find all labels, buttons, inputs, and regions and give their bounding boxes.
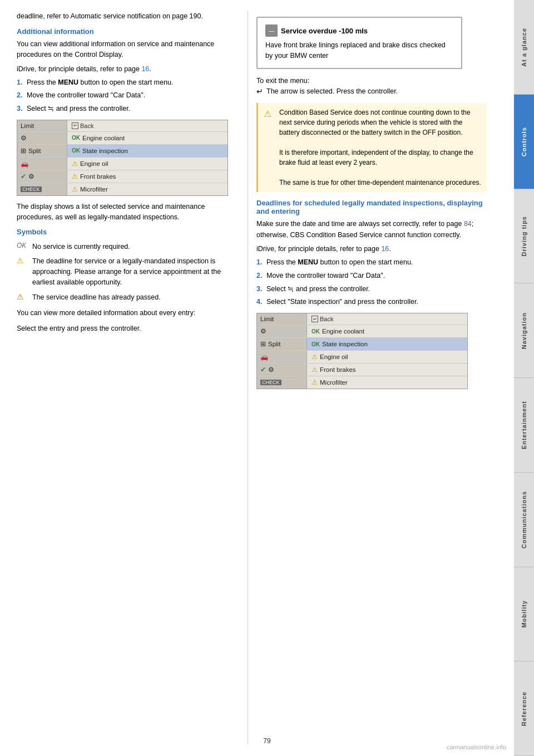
- exit-text: The arrow is selected. Press the control…: [266, 86, 398, 97]
- warn-icon-4: ⚠: [312, 353, 318, 361]
- exit-heading: To exit the menu:: [256, 76, 487, 86]
- symbols-heading: Symbols: [17, 228, 234, 236]
- right-sidebar: At a glance Controls Driving tips Naviga…: [514, 0, 534, 756]
- back-icon-1: ↵: [72, 122, 78, 129]
- watermark: carmanualsonline.info: [447, 744, 506, 750]
- steps-list-2: 1. Press the MENU button to open the sta…: [256, 257, 487, 307]
- car-data-menu-2: Limit ↵ Back ⚙ OK Engine coolant: [256, 313, 468, 389]
- additional-info-heading: Additional information: [17, 27, 234, 36]
- back-icon-2: ↵: [312, 316, 318, 322]
- car-icon-1: 🚗: [21, 160, 28, 168]
- menu-row-state-inspection: ⊞ Split OK State inspection: [17, 145, 228, 158]
- sidebar-tab-controls[interactable]: Controls: [514, 95, 534, 189]
- step-r4: 4. Select "State inspection" and press t…: [256, 297, 487, 307]
- tick-icon-1: ✔: [21, 173, 26, 180]
- tick-icon-2: ✔: [260, 366, 266, 374]
- warning-note-para2: It is therefore important, independent o…: [279, 148, 481, 168]
- idrive-ref-1: iDrive, for principle details, refer to …: [17, 65, 234, 73]
- menu2-row-limit: Limit ↵ Back: [257, 313, 467, 325]
- menu-screen-1: Limit ↵ Back ⚙ OK Engine coolant: [17, 120, 234, 196]
- more-info-para2: Select the entry and press the controlle…: [17, 323, 234, 334]
- additional-info-para1: You can view additional information on s…: [17, 39, 234, 61]
- step-r2: 2. Move the controller toward "Car Data"…: [256, 271, 487, 281]
- warning-note-box: ⚠ Condition Based Service does not conti…: [256, 103, 487, 192]
- step-r1: 1. Press the MENU button to open the sta…: [256, 257, 487, 268]
- menu2-row-engine-coolant: ⚙ OK Engine coolant: [257, 325, 467, 338]
- split-icon-1: ⊞: [21, 147, 26, 155]
- warning-triangle-2: ⚠: [17, 292, 28, 301]
- warn-icon-2: ⚠: [72, 173, 78, 180]
- warn-icon-5: ⚠: [312, 366, 318, 374]
- exit-line: ↵ The arrow is selected. Press the contr…: [256, 86, 487, 97]
- menu2-row-front-brakes: ✔ ⚙ ⚠ Front brakes: [257, 364, 467, 376]
- warn-icon-3: ⚠: [72, 185, 78, 193]
- check-badge-1: CHECK: [21, 186, 42, 192]
- service-icon: —: [265, 24, 278, 37]
- warning-note-para1: Condition Based Service does not continu…: [279, 107, 481, 138]
- page-number: 79: [263, 737, 270, 745]
- deadlines-heading: Deadlines for scheduled legally mandated…: [256, 199, 487, 215]
- brake-icon-1: ⚙: [28, 173, 34, 180]
- steps-list-1: 1. Press the MENU button to open the sta…: [17, 77, 234, 114]
- warning-triangle-1: ⚠: [17, 256, 28, 265]
- gear-icon-2: ⚙: [260, 327, 266, 335]
- step-r3: 3. Select ≒ and press the controller.: [256, 284, 487, 294]
- symbols-section: OK No service is currently required. ⚠ T…: [17, 242, 234, 303]
- symbol-warn-approaching: ⚠ The deadline for service or a legally-…: [17, 256, 234, 287]
- service-overdue-text: Service overdue -100 mls: [281, 27, 368, 35]
- arrow-icon: ↵: [256, 86, 263, 97]
- gear-icon-1: ⚙: [21, 134, 27, 142]
- sidebar-tab-driving-tips[interactable]: Driving tips: [514, 189, 534, 284]
- step-2: 2. Move the controller toward "Car Data"…: [17, 90, 234, 101]
- menu-row-engine-oil: 🚗 ⚠ Engine oil: [17, 158, 228, 170]
- menu-row-limit: Limit ↵ Back: [17, 120, 228, 132]
- idrive-link-1[interactable]: 16: [141, 65, 149, 73]
- warn-icon-1: ⚠: [72, 160, 78, 168]
- sidebar-tab-communications[interactable]: Communications: [514, 473, 534, 567]
- display-desc: The display shows a list of selected ser…: [17, 202, 234, 223]
- service-overdue-box: — Service overdue -100 mls Have front br…: [256, 17, 462, 69]
- sidebar-tab-entertainment[interactable]: Entertainment: [514, 378, 534, 473]
- warning-note-icon: ⚠: [264, 107, 275, 188]
- warning-note-para3: The same is true for other time-dependen…: [279, 178, 481, 188]
- service-box-header: — Service overdue -100 mls: [265, 24, 453, 37]
- menu-row-front-brakes: ✔ ⚙ ⚠ Front brakes: [17, 170, 228, 183]
- column-divider: [248, 11, 248, 745]
- exit-section: To exit the menu: ↵ The arrow is selecte…: [256, 76, 487, 98]
- brake-icon-2: ⚙: [268, 366, 274, 374]
- split-icon-2: ⊞: [260, 340, 266, 348]
- menu2-row-state-inspection: ⊞ Split OK State inspection: [257, 338, 467, 351]
- page-84-link[interactable]: 84: [464, 220, 472, 228]
- car-data-menu-1: Limit ↵ Back ⚙ OK Engine coolant: [17, 120, 228, 196]
- menu-row-engine-coolant: ⚙ OK Engine coolant: [17, 132, 228, 145]
- intro-text: deadline, refer to Automatic service not…: [17, 11, 234, 22]
- idrive-ref-2: iDrive, for principle details, refer to …: [256, 245, 487, 253]
- step-1: 1. Press the MENU button to open the sta…: [17, 77, 234, 88]
- more-info-para1: You can view more detailed information a…: [17, 308, 234, 318]
- warn-icon-6: ⚠: [312, 379, 318, 386]
- sidebar-tab-mobility[interactable]: Mobility: [514, 567, 534, 662]
- sidebar-tab-reference[interactable]: Reference: [514, 661, 534, 756]
- car-icon-2: 🚗: [260, 353, 268, 361]
- menu-screen-2: Limit ↵ Back ⚙ OK Engine coolant: [256, 313, 487, 389]
- idrive-link-2[interactable]: 16: [381, 245, 389, 253]
- menu2-row-engine-oil: 🚗 ⚠ Engine oil: [257, 351, 467, 364]
- warning-note-content: Condition Based Service does not continu…: [279, 107, 481, 188]
- symbol-warn-passed: ⚠ The service deadline has already passe…: [17, 292, 234, 303]
- symbol-ok: OK No service is currently required.: [17, 242, 234, 252]
- sidebar-tab-at-a-glance[interactable]: At a glance: [514, 0, 534, 95]
- sidebar-tab-navigation[interactable]: Navigation: [514, 283, 534, 378]
- deadlines-para1: Make sure the date and time are always s…: [256, 219, 487, 240]
- step-3: 3. Select ≒ and press the controller.: [17, 104, 234, 114]
- service-overdue-body: Have front brake linings replaced and br…: [265, 40, 453, 61]
- menu-row-microfilter: CHECK ⚠ Microfilter: [17, 183, 228, 195]
- check-badge-2: CHECK: [260, 380, 281, 385]
- menu2-row-microfilter: CHECK ⚠ Microfilter: [257, 376, 467, 389]
